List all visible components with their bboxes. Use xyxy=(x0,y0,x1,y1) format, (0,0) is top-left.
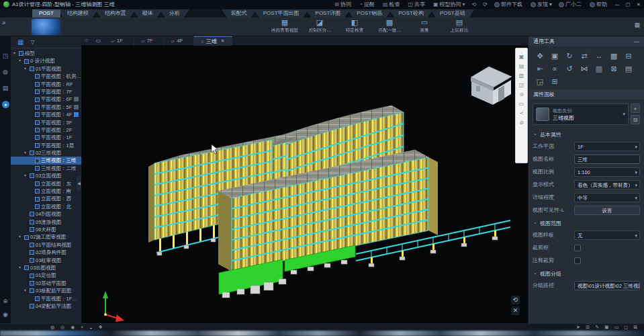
status-tool-icon[interactable]: ❖ xyxy=(99,325,103,330)
property-control[interactable]: 三维 xyxy=(574,155,640,164)
tool-button[interactable]: ▣ xyxy=(547,50,562,62)
tree-item[interactable]: 03柱审视图 xyxy=(11,257,81,264)
left-strip-icon[interactable]: ◳ xyxy=(3,52,9,59)
ribbon-tab[interactable]: POST平面出图 xyxy=(254,9,309,17)
status-tool-icon[interactable]: ◻ xyxy=(624,325,628,330)
tool-button[interactable]: ▤ xyxy=(621,62,636,75)
property-control[interactable] xyxy=(574,245,581,251)
tree-item[interactable]: ▾ 模型 xyxy=(11,50,81,57)
palette-collapse-icon[interactable]: ‸ xyxy=(520,48,522,53)
palette-tool-icon[interactable]: ⊘ xyxy=(519,120,524,126)
tree-item[interactable]: ▾ 03出图视图 xyxy=(11,264,81,271)
property-control[interactable]: 视图\01设计视图\02 三维视图 xyxy=(574,281,640,290)
redo-button[interactable]: ⟳ xyxy=(483,1,488,7)
ribbon-tab[interactable]: 砌体 xyxy=(133,9,163,17)
tree-item[interactable]: 平面视图：1F… xyxy=(11,295,81,302)
palette-tool-icon[interactable]: ≺ xyxy=(519,110,524,116)
section-range[interactable]: ⌄ 视图范围 xyxy=(528,216,644,228)
tree-expander-icon[interactable]: ▾ xyxy=(24,287,28,294)
view-tab[interactable]: ▱7F xyxy=(134,36,165,46)
tool-button[interactable]: ↻ xyxy=(562,50,577,62)
palette-tool-icon[interactable]: ⊙ xyxy=(519,91,524,97)
ribbon-button[interactable]: ◪控制区分… xyxy=(302,18,337,34)
panel-collapse-handle[interactable]: ◀ xyxy=(77,176,81,191)
ribbon-button[interactable]: ◧特定检查 xyxy=(337,18,372,34)
status-tool-icon[interactable]: ⊠ xyxy=(633,325,637,330)
view-strip-icon[interactable]: ⁘ xyxy=(85,38,89,44)
tree-item[interactable]: 04剖面视图 xyxy=(11,210,81,218)
tree-item[interactable]: 平面视图：机房… xyxy=(11,73,81,80)
tree-expander-icon[interactable]: ▾ xyxy=(13,50,17,57)
tool-button[interactable]: ↺ xyxy=(562,62,577,75)
ribbon-tab[interactable]: POST xyxy=(32,9,60,17)
tree-item[interactable]: ▾ 02施工图审视图 xyxy=(11,233,81,241)
status-tool-icon[interactable]: ✎ xyxy=(595,325,599,330)
status-tool-icon[interactable]: ◎ xyxy=(60,325,64,330)
tree-item[interactable]: 平面视图：2F xyxy=(11,126,81,134)
tree-item[interactable]: 04梁配筋平法图 xyxy=(11,302,81,310)
property-control[interactable]: 1F xyxy=(574,142,640,151)
tool-button[interactable]: ▥ xyxy=(592,62,606,75)
tree-item[interactable]: 立面视图：北 xyxy=(11,203,81,210)
status-tool-icon[interactable]: ◍ xyxy=(50,325,54,330)
palette-tool-icon[interactable]: ▤ xyxy=(519,63,524,69)
tool-button[interactable]: ⊠ xyxy=(606,62,621,75)
undo-button[interactable]: ⟲ xyxy=(472,1,477,7)
ribbon-tab[interactable]: 结构建模 xyxy=(58,9,98,17)
tool-button[interactable]: ⊞ xyxy=(547,75,562,88)
type-selector-dropdown[interactable]: 视图类别 三维视图 ▾ xyxy=(533,103,629,125)
account-action[interactable]: 部件下载 xyxy=(494,1,524,8)
account-action[interactable]: 发现▾ xyxy=(531,1,552,8)
tree-item[interactable]: 05漫游视图 xyxy=(11,218,81,226)
tool-button[interactable]: ⇄ xyxy=(577,50,592,62)
section-group[interactable]: ⌄ 视图分组 xyxy=(528,267,644,279)
tree-item[interactable]: ▾ 03板配筋平面图 xyxy=(11,287,81,294)
panel-toggle-icon[interactable]: ▦ xyxy=(634,22,640,28)
close-view-button[interactable]: ✕ xyxy=(511,306,520,315)
tree-expander-icon[interactable]: ▾ xyxy=(24,172,28,179)
property-control[interactable]: 设置 xyxy=(574,206,640,215)
tool-button[interactable]: ↔ xyxy=(592,50,606,62)
ribbon-tab[interactable]: POST基础 xyxy=(430,9,475,17)
left-strip-icon[interactable]: ◍ xyxy=(3,69,8,75)
tree-expander-icon[interactable]: ▾ xyxy=(19,233,23,241)
status-tool-icon[interactable]: ⌖ xyxy=(81,325,83,330)
account-action[interactable]: 广小二 xyxy=(559,1,583,8)
status-tool-icon[interactable]: ☰ xyxy=(586,325,590,330)
palette-tool-icon[interactable]: ▭ xyxy=(519,101,524,107)
property-control[interactable]: 中等 xyxy=(574,193,640,202)
tool-button[interactable]: ⋈ xyxy=(577,62,592,75)
view-tab-close-icon[interactable]: ✕ xyxy=(221,38,225,44)
tree-expander-icon[interactable]: ▾ xyxy=(24,149,28,157)
status-tool-icon[interactable]: ➤ xyxy=(576,325,580,330)
view-tab[interactable]: ▱4F xyxy=(165,36,195,46)
tree-item[interactable]: 平面视图：7F xyxy=(11,88,81,95)
tree-expander-icon[interactable]: ▾ xyxy=(24,65,28,73)
titlebar-action[interactable]: ▣模型协同▾ xyxy=(433,1,465,8)
titlebar-action[interactable]: ◔提醒 xyxy=(359,1,376,8)
tree-item[interactable]: 立面视图：西 xyxy=(11,195,81,202)
titlebar-action[interactable]: ◫共享 xyxy=(408,1,426,8)
tree-item[interactable]: 立面视图：东 xyxy=(11,180,81,187)
tree-item[interactable]: 02基础平面图 xyxy=(11,280,81,287)
apply-type-button[interactable]: ⊟ xyxy=(631,115,640,124)
reset-view-button[interactable]: ⟲ xyxy=(511,296,520,304)
ribbon-tab[interactable]: POST钢筋 xyxy=(347,9,392,17)
tree-grid-icon[interactable]: ▦ xyxy=(17,38,24,46)
view-strip-icon[interactable]: ▭ xyxy=(96,38,101,44)
status-tool-icon[interactable]: ▭ xyxy=(614,325,619,330)
tree-item[interactable]: 三维视图：二维 xyxy=(11,165,81,172)
palette-tool-icon[interactable]: ◲ xyxy=(519,82,524,88)
add-type-button[interactable]: ＋ xyxy=(631,103,640,113)
palette-tool-icon[interactable]: ▣ xyxy=(519,54,524,60)
tool-button[interactable]: ◲ xyxy=(533,75,547,88)
tree-filter-icon[interactable]: ▽ xyxy=(30,39,34,45)
tree-item[interactable]: 02墙身构件图 xyxy=(11,249,81,256)
tree-item[interactable]: 06大样图 xyxy=(11,226,81,233)
property-control[interactable]: 1:100 xyxy=(574,167,640,177)
tree-expander-icon[interactable]: ▾ xyxy=(19,264,23,271)
tree-item[interactable]: ▾ 01平面视图 xyxy=(11,65,81,73)
left-strip-icon[interactable]: ▤ xyxy=(3,85,9,91)
status-tool-icon[interactable]: ◒ xyxy=(89,325,92,330)
titlebar-action[interactable]: ▤检查 xyxy=(383,1,402,8)
